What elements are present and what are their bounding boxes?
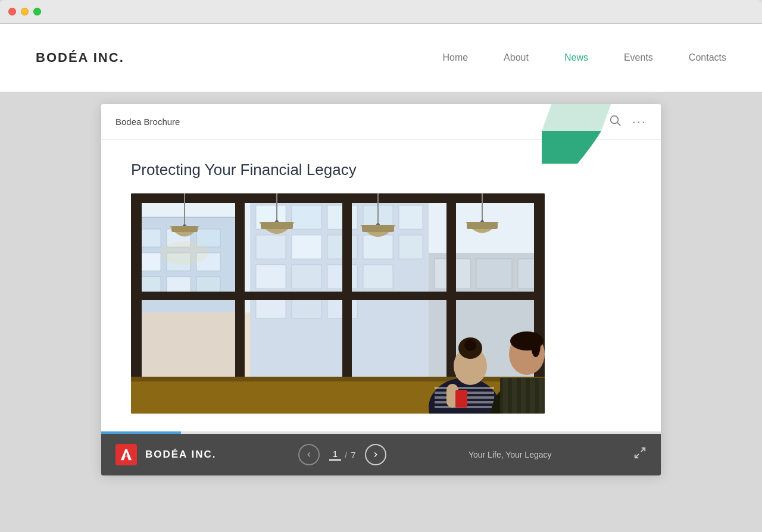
nav-item-news[interactable]: News <box>564 52 588 63</box>
nav-link-events[interactable]: Events <box>624 52 653 62</box>
svg-rect-36 <box>476 259 512 289</box>
window-chrome <box>0 0 762 24</box>
doc-page: Protecting Your Financial Legacy <box>101 140 661 431</box>
footer-logo-text: BODÉA INC. <box>145 449 217 461</box>
page-indicator: 1 / 7 <box>329 449 356 461</box>
nav-item-about[interactable]: About <box>504 52 529 63</box>
svg-rect-63 <box>512 378 517 414</box>
nav-link-news[interactable]: News <box>564 52 588 62</box>
svg-rect-66 <box>539 378 544 414</box>
nav-item-contacts[interactable]: Contacts <box>689 52 726 63</box>
document-viewer: Bodea Brochure ··· <box>101 104 661 475</box>
site-logo: BODÉA INC. <box>36 50 124 65</box>
svg-rect-23 <box>292 235 321 259</box>
nav-link-home[interactable]: Home <box>442 52 468 62</box>
footer-tagline: Your Life, Your Legacy <box>469 450 552 459</box>
page-current: 1 <box>329 449 341 461</box>
svg-rect-26 <box>399 235 423 259</box>
svg-rect-25 <box>363 235 393 259</box>
next-page-button[interactable] <box>365 444 386 465</box>
svg-rect-21 <box>399 205 423 229</box>
svg-marker-0 <box>542 104 613 131</box>
viewer-title: Bodea Brochure <box>115 117 180 127</box>
svg-rect-18 <box>292 205 321 229</box>
prev-page-button[interactable] <box>298 444 320 465</box>
svg-rect-79 <box>362 225 394 232</box>
footer-nav: 1 / 7 <box>298 444 387 465</box>
svg-rect-59 <box>455 390 467 408</box>
svg-rect-82 <box>467 222 498 229</box>
page-total: 7 <box>351 450 355 460</box>
svg-rect-22 <box>256 235 286 259</box>
minimize-button[interactable] <box>21 8 29 15</box>
svg-rect-64 <box>521 378 526 414</box>
svg-line-83 <box>641 448 645 452</box>
expand-icon[interactable] <box>633 446 647 463</box>
viewer-toolbar: Bodea Brochure ··· <box>101 104 661 140</box>
main-content: Bodea Brochure ··· <box>0 92 762 487</box>
nav-links: Home About News Events Contacts <box>442 52 726 63</box>
site-nav: BODÉA INC. Home About News Events Contac… <box>0 24 762 92</box>
svg-rect-30 <box>363 265 393 289</box>
svg-rect-76 <box>261 222 293 229</box>
svg-line-2 <box>617 123 620 126</box>
svg-rect-27 <box>256 265 286 289</box>
svg-rect-50 <box>435 387 494 389</box>
brand-shape <box>542 104 613 164</box>
svg-rect-45 <box>131 292 545 300</box>
footer-brand: BODÉA INC. <box>115 444 217 465</box>
svg-rect-28 <box>292 265 321 289</box>
nav-item-events[interactable]: Events <box>624 52 653 63</box>
svg-rect-72 <box>171 226 198 232</box>
svg-point-73 <box>161 241 208 265</box>
nav-item-home[interactable]: Home <box>442 52 468 63</box>
close-button[interactable] <box>8 8 16 15</box>
svg-line-84 <box>635 454 639 458</box>
svg-rect-65 <box>530 378 535 414</box>
traffic-lights <box>8 8 41 15</box>
adobe-icon <box>115 444 137 465</box>
svg-point-57 <box>464 339 476 351</box>
viewer-footer: BODÉA INC. 1 / 7 <box>101 434 661 475</box>
svg-rect-62 <box>503 378 508 414</box>
more-options-icon[interactable]: ··· <box>632 114 647 130</box>
page-separator: / <box>345 450 347 460</box>
nav-link-about[interactable]: About <box>504 52 529 62</box>
svg-point-69 <box>531 333 541 357</box>
doc-image <box>131 193 545 414</box>
viewer-toolbar-right: ··· <box>608 114 647 130</box>
maximize-button[interactable] <box>33 8 41 15</box>
nav-link-contacts[interactable]: Contacts <box>689 52 726 62</box>
